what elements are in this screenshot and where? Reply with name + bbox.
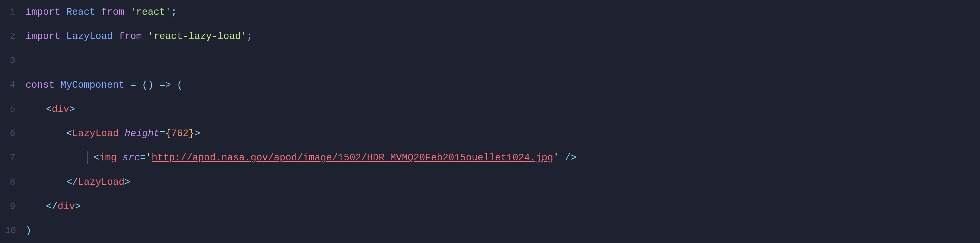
code-line: 3 [0,49,980,73]
code-line: 6<LazyLoad height={762}> [0,121,980,146]
token-tag-name: LazyLoad [78,178,124,187]
line-number: 1 [5,8,25,17]
line-number: 3 [5,56,25,65]
token-punctuation: () [142,80,154,90]
token-tag-bracket: > [75,202,81,211]
code-line: 8</LazyLoad> [0,170,980,194]
token-brace: } [189,129,194,138]
code-line: 4const MyComponent = () => ( [0,73,980,97]
token-plain [559,153,565,163]
token-tag-name: LazyLoad [72,129,119,138]
token-tag-bracket: </ [66,178,78,187]
line-number: 9 [5,202,25,211]
code-line: 1import React from 'react'; [0,0,980,24]
token-attr-url: http://apod.nasa.gov/apod/image/1502/HDR… [151,153,553,163]
token-string: 'react-lazy-load' [148,32,247,41]
code-line: 10) [0,219,980,243]
code-line: 7<img src='http://apod.nasa.gov/apod/ima… [0,146,980,170]
token-paren: ( [177,80,183,90]
token-semicolon: ; [247,32,253,41]
token-kw-const: const [25,80,60,90]
token-kw-from: from [113,32,148,41]
code-content: </div> [25,202,81,211]
token-punctuation: = [159,129,165,138]
token-punctuation: = [130,80,136,90]
token-identifier: React [66,7,95,17]
code-content: ) [25,226,32,236]
code-line: 2import LazyLoad from 'react-lazy-load'; [0,24,980,48]
line-number: 5 [5,105,25,114]
token-plain [171,80,177,90]
code-editor: 1import React from 'react';2import LazyL… [0,0,980,243]
token-plain [119,129,124,138]
code-content: </LazyLoad> [25,178,130,187]
code-content: <div> [25,105,75,114]
token-plain [117,153,123,163]
token-tag-bracket: > [69,105,75,114]
token-attr-name: height [124,129,159,138]
token-punctuation: => [159,80,171,90]
line-number: 7 [5,153,25,162]
token-tag-bracket: /> [565,153,576,163]
token-tag-bracket: > [194,129,200,138]
line-number: 6 [5,129,25,138]
token-tag-name: div [52,105,69,114]
code-content: const MyComponent = () => ( [25,80,183,90]
code-line: 5<div> [0,97,980,121]
token-brace: { [165,129,171,138]
token-plain [154,80,159,90]
line-number: 4 [5,81,25,90]
code-content: <LazyLoad height={762}> [25,129,200,138]
indent-guide [87,151,88,164]
code-content: <img src='http://apod.nasa.gov/apod/imag… [25,151,576,164]
token-tag-name: img [99,153,117,163]
token-paren: ) [25,226,32,236]
token-plain [136,80,142,90]
token-kw-import: import [25,32,66,41]
token-attr-name: src [123,153,140,163]
token-kw-from: from [95,7,130,17]
token-string: 'react' [130,7,171,17]
token-tag-bracket: < [66,129,72,138]
token-plain [124,80,130,90]
code-line: 9</div> [0,194,980,219]
token-identifier: LazyLoad [66,32,113,41]
token-punctuation: = [140,153,146,163]
token-tag-name: div [58,202,75,211]
code-content: import LazyLoad from 'react-lazy-load'; [25,32,252,41]
line-number: 8 [5,178,25,187]
token-string: ' [146,153,151,163]
code-content: import React from 'react'; [25,7,177,17]
token-tag-bracket: </ [46,202,58,211]
token-tag-bracket: < [94,153,99,163]
token-string: ' [553,153,559,163]
token-identifier: MyComponent [60,80,124,90]
token-semicolon: ; [171,7,177,17]
token-number: 762 [171,129,189,138]
token-kw-import: import [25,7,66,17]
line-number: 2 [5,32,25,41]
token-tag-bracket: > [124,178,130,187]
line-number: 10 [5,226,25,235]
token-tag-bracket: < [46,105,52,114]
